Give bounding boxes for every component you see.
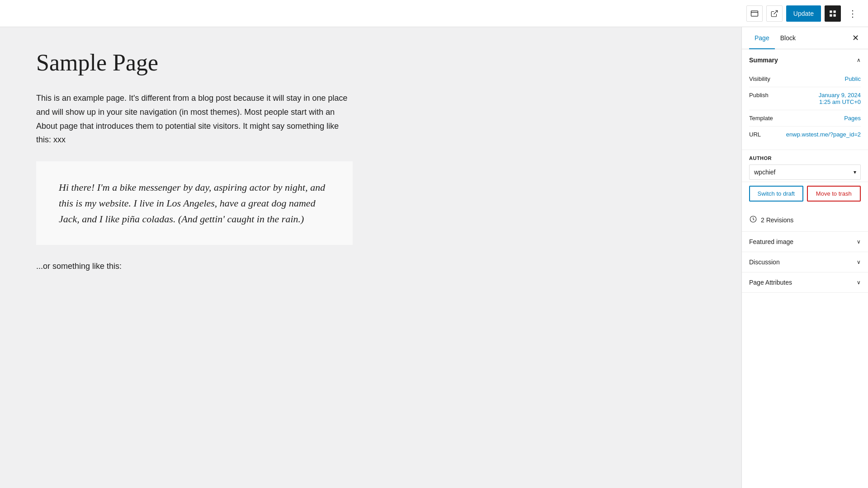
svg-rect-5 — [834, 14, 836, 16]
revisions-row[interactable]: 2 Revisions — [742, 209, 868, 232]
summary-chevron-icon: ∧ — [857, 57, 861, 63]
summary-title: Summary — [749, 56, 778, 64]
publish-label: Publish — [749, 92, 769, 99]
publish-row: Publish January 9, 20241:25 am UTC+0 — [749, 87, 861, 110]
discussion-section: Discussion ∨ — [742, 252, 868, 272]
page-body-text[interactable]: This is an example page. It's different … — [36, 91, 353, 146]
template-label: Template — [749, 115, 773, 122]
main-layout: Sample Page This is an example page. It'… — [0, 27, 868, 488]
visibility-value[interactable]: Public — [845, 75, 861, 82]
page-attributes-chevron-icon: ∨ — [857, 279, 861, 286]
svg-rect-4 — [830, 14, 832, 16]
switch-to-draft-button[interactable]: Switch to draft — [749, 186, 803, 202]
tab-page[interactable]: Page — [749, 27, 775, 49]
close-icon: ✕ — [852, 33, 859, 43]
featured-image-chevron-icon: ∨ — [857, 239, 861, 245]
page-attributes-section: Page Attributes ∨ — [742, 272, 868, 293]
quote-text[interactable]: Hi there! I'm a bike messenger by day, a… — [59, 179, 330, 227]
quote-block: Hi there! I'm a bike messenger by day, a… — [36, 161, 353, 245]
action-buttons: Switch to draft Move to trash — [742, 182, 868, 209]
featured-image-section: Featured image ∨ — [742, 232, 868, 252]
revisions-label: 2 Revisions — [761, 216, 793, 224]
editor-area: Sample Page This is an example page. It'… — [0, 27, 741, 488]
move-to-trash-button[interactable]: Move to trash — [807, 186, 861, 202]
tab-block[interactable]: Block — [775, 27, 801, 49]
summary-content: Visibility Public Publish January 9, 202… — [742, 71, 868, 150]
author-section: AUTHOR wpchief — [742, 150, 868, 182]
svg-line-1 — [774, 10, 777, 14]
summary-section: Summary ∧ Visibility Public Publish Janu… — [742, 49, 868, 150]
discussion-chevron-icon: ∨ — [857, 259, 861, 265]
template-row: Template Pages — [749, 110, 861, 127]
more-options-button[interactable]: ⋮ — [844, 5, 861, 22]
page-body-text-2[interactable]: ...or something like this: — [36, 259, 353, 273]
svg-rect-2 — [830, 10, 832, 13]
url-value[interactable]: enwp.wstest.me/?page_id=2 — [786, 131, 861, 138]
revisions-clock-icon — [749, 215, 757, 225]
visibility-row: Visibility Public — [749, 71, 861, 87]
page-title[interactable]: Sample Page — [36, 49, 705, 77]
discussion-label: Discussion — [749, 258, 780, 266]
toolbar: Update ⋮ — [0, 0, 868, 27]
svg-rect-3 — [834, 10, 836, 13]
close-sidebar-button[interactable]: ✕ — [850, 27, 861, 49]
visibility-label: Visibility — [749, 75, 770, 82]
author-select-wrapper: wpchief — [749, 164, 861, 180]
sidebar-tabs: Page Block ✕ — [742, 27, 868, 49]
url-label: URL — [749, 131, 761, 138]
author-select[interactable]: wpchief — [749, 164, 861, 180]
page-attributes-header[interactable]: Page Attributes ∨ — [742, 272, 868, 292]
page-attributes-label: Page Attributes — [749, 279, 792, 286]
svg-rect-0 — [751, 11, 758, 16]
featured-image-header[interactable]: Featured image ∨ — [742, 232, 868, 252]
sidebar: Page Block ✕ Summary ∧ Visibility Public… — [741, 27, 868, 488]
view-button[interactable] — [746, 5, 763, 22]
summary-section-header[interactable]: Summary ∧ — [742, 49, 868, 71]
url-row: URL enwp.wstest.me/?page_id=2 — [749, 127, 861, 142]
external-link-button[interactable] — [766, 5, 783, 22]
settings-button[interactable] — [825, 5, 841, 22]
update-button[interactable]: Update — [786, 5, 821, 22]
publish-value[interactable]: January 9, 20241:25 am UTC+0 — [819, 92, 861, 105]
author-label: AUTHOR — [749, 155, 861, 161]
discussion-header[interactable]: Discussion ∨ — [742, 252, 868, 272]
featured-image-label: Featured image — [749, 238, 793, 245]
template-value[interactable]: Pages — [844, 115, 861, 122]
